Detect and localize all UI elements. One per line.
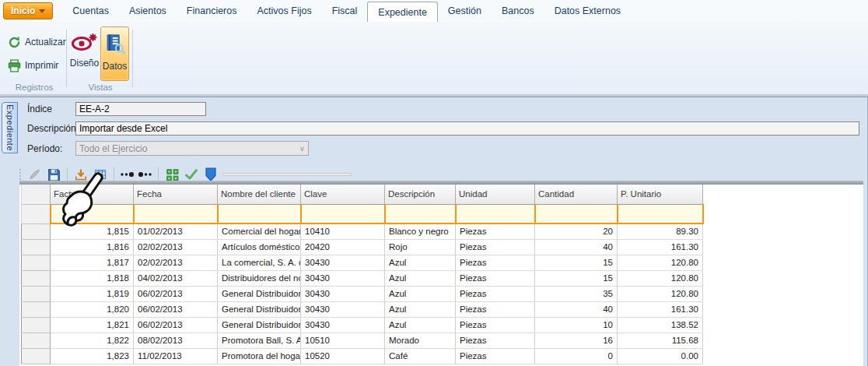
column-header-descripcion[interactable]: Descripción: [385, 185, 456, 204]
row-selector[interactable]: [22, 317, 51, 333]
side-tab-label: Expediente: [5, 104, 15, 151]
zoom-slider-track[interactable]: [222, 173, 352, 176]
diseno-button[interactable]: Diseño: [70, 26, 99, 81]
filter-cell-fecha[interactable]: [134, 204, 218, 223]
save-icon: [47, 168, 61, 181]
periodo-label: Período:: [27, 143, 62, 154]
cell-p_unitario: 161.30: [618, 239, 703, 255]
cell-clave: 10520: [301, 348, 385, 364]
cell-descripcion: Azul: [385, 301, 456, 317]
table-row[interactable]: 1,82208/02/2013Promotora Ball, S. A.1051…: [22, 333, 703, 348]
filter-cell-unidad[interactable]: [456, 204, 535, 223]
cell-clave: 10510: [301, 333, 385, 348]
datos-button[interactable]: Datos: [100, 26, 129, 81]
row-selector[interactable]: [22, 270, 51, 286]
table-row[interactable]: 1,82006/02/2013General Distribuidores304…: [22, 301, 703, 317]
tab-activos-fijos[interactable]: Activos Fijos: [247, 0, 321, 22]
cell-clave: 30430: [301, 286, 385, 301]
zoom-slider-thumb[interactable]: [203, 167, 219, 182]
cell-grid-button[interactable]: [164, 167, 180, 182]
cell-unidad: Piezas: [456, 301, 535, 317]
descripcion-value: Importar desde Excel: [79, 123, 167, 134]
table-row[interactable]: 1,81501/02/2013Comercial del hogar, S104…: [22, 223, 703, 239]
tab-financieros[interactable]: Financieros: [177, 0, 247, 22]
periodo-dropdown[interactable]: Todo el Ejercicio ∨: [75, 141, 309, 156]
descripcion-label: Descripción: [27, 123, 76, 134]
cell-clave: 20420: [301, 239, 385, 255]
tab-fiscal[interactable]: Fiscal: [322, 0, 368, 22]
cell-p_unitario: 161.30: [618, 301, 703, 317]
toolbar-grip[interactable]: [19, 169, 21, 180]
inicio-menu-button[interactable]: Inicio: [3, 2, 53, 19]
cell-fecha: 02/02/2013: [134, 239, 218, 255]
row-selector[interactable]: [22, 223, 51, 239]
corner-selector[interactable]: [22, 185, 51, 204]
cell-unidad: Piezas: [456, 333, 535, 348]
tab-cuentas[interactable]: Cuentas: [62, 0, 119, 22]
actualizar-label: Actualizar: [25, 37, 66, 48]
chevron-down-icon: [39, 9, 45, 13]
filter-cell-cantidad[interactable]: [535, 204, 618, 223]
cell-p_unitario: 120.80: [618, 255, 703, 270]
tab-asientos[interactable]: Asientos: [119, 0, 177, 22]
cell-fecha: 06/02/2013: [134, 301, 218, 317]
table-row[interactable]: 1,81602/02/2013Artículos domésticos,2042…: [22, 239, 703, 255]
column-header-unidad[interactable]: Unidad: [456, 185, 535, 204]
cell-unidad: Piezas: [456, 270, 535, 286]
table-row[interactable]: 1,82311/02/2013Promotora del hogar,10520…: [22, 348, 703, 364]
filter-cell-clave[interactable]: [301, 204, 385, 223]
group-label-vistas: Vistas: [70, 83, 131, 92]
cell-fecha: 11/02/2013: [134, 348, 218, 364]
filter-cell-p_unitario[interactable]: [618, 204, 703, 223]
row-selector[interactable]: [22, 239, 51, 255]
table-row[interactable]: 1,81702/02/2013La comercial, S. A. de304…: [22, 255, 703, 270]
column-header-p_unitario[interactable]: P. Unitario: [618, 185, 703, 204]
side-tab-expediente[interactable]: Expediente: [2, 102, 18, 153]
column-header-fecha[interactable]: Fecha: [134, 185, 218, 204]
tab-gestión[interactable]: Gestión: [438, 0, 492, 22]
refresh-icon: [8, 36, 21, 49]
table-row[interactable]: 1,81906/02/2013General Distribuidores304…: [22, 286, 703, 301]
tab-expediente[interactable]: Expediente: [367, 2, 438, 22]
apply-button[interactable]: [184, 167, 199, 182]
cell-factura: 1,818: [51, 270, 134, 286]
filter-cell-cliente[interactable]: [218, 204, 301, 223]
inicio-label: Inicio: [11, 5, 35, 16]
cell-clave: 30430: [301, 255, 385, 270]
column-header-clave[interactable]: Clave: [301, 185, 385, 204]
tab-datos-externos[interactable]: Datos Externos: [544, 0, 631, 22]
cell-cliente: General Distribuidores: [218, 301, 301, 317]
cell-fecha: 06/02/2013: [134, 286, 218, 301]
record-size-button[interactable]: [120, 167, 152, 182]
cell-descripcion: Café: [385, 348, 456, 364]
toolbar-separator: [114, 167, 114, 181]
column-header-cantidad[interactable]: Cantidad: [535, 185, 618, 204]
indice-field[interactable]: EE-A-2: [75, 102, 206, 116]
imprimir-button[interactable]: Imprimir: [6, 56, 68, 75]
row-selector[interactable]: [22, 255, 51, 270]
cell-unidad: Piezas: [456, 286, 535, 301]
table-row[interactable]: 1,82106/02/2013General Distribuidores304…: [22, 317, 703, 333]
tab-bancos[interactable]: Bancos: [492, 0, 544, 22]
column-header-cliente[interactable]: Nombre del cliente: [218, 185, 301, 204]
cell-descripcion: Blanco y negro: [385, 223, 456, 239]
ribbon-group-vistas: Diseño Datos Vistas: [70, 26, 131, 92]
cell-cliente: Promotora Ball, S. A.: [218, 333, 301, 348]
cell-cantidad: 15: [535, 270, 618, 286]
filter-cell-descripcion[interactable]: [385, 204, 456, 223]
actualizar-button[interactable]: Actualizar: [6, 33, 68, 51]
row-selector[interactable]: [22, 333, 51, 348]
row-selector[interactable]: [22, 348, 51, 364]
save-button[interactable]: [46, 167, 61, 182]
descripcion-field[interactable]: Importar desde Excel: [75, 121, 859, 135]
row-selector[interactable]: [22, 204, 51, 223]
cell-descripcion: Azul: [385, 286, 456, 301]
data-view-icon: [104, 33, 125, 55]
row-selector[interactable]: [22, 286, 51, 301]
edit-button[interactable]: [26, 167, 42, 182]
table-row[interactable]: 1,81804/02/2013Distribuidores del nort30…: [22, 270, 703, 286]
table-header-row: FacturaFechaNombre del clienteClaveDescr…: [22, 185, 703, 204]
filter-row: [22, 204, 703, 223]
cell-p_unitario: 115.68: [618, 333, 703, 348]
row-selector[interactable]: [22, 301, 51, 317]
